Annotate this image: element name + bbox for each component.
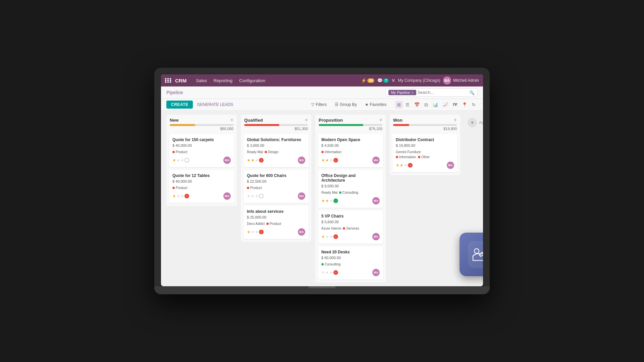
close-icon[interactable]: ✕ — [391, 78, 395, 83]
add-column-label: Add a Column — [479, 120, 483, 125]
messages-area[interactable]: 💬 7 — [377, 78, 389, 83]
column-header-qualified: Qualified + — [241, 115, 311, 124]
generate-leads-button[interactable]: GENERATE LEADS — [196, 101, 234, 109]
user-avatar: MA — [443, 76, 451, 84]
search-input[interactable] — [418, 90, 468, 95]
card-amount-new-0: $ 40,000.00 — [172, 143, 231, 147]
progress-fill-won — [393, 124, 409, 126]
card-tag-new-1: Product — [172, 186, 187, 190]
tag-dot-won-0b — [396, 156, 398, 158]
search-bar[interactable]: My Pipeline × 🔍 — [385, 88, 478, 97]
card-prop-1[interactable]: Office Design and Architecture $ 9,000.0… — [318, 170, 383, 208]
card-title-qualified-1: Quote for 600 Chairs — [247, 173, 305, 178]
card-qualified-0[interactable]: Global Solutions: Furnitures $ 3,800.00 … — [244, 134, 309, 167]
star-1[interactable]: ★ — [172, 158, 176, 163]
card-amount-prop-3: $ 60,000.00 — [321, 256, 380, 260]
card-qualified-2[interactable]: Info about services $ 25,000.00 Deco Add… — [244, 206, 309, 239]
card-amount-prop-2: $ 5,600.00 — [321, 220, 380, 224]
group-by-button[interactable]: ☰ Group By — [333, 101, 359, 108]
star-3[interactable]: ★ — [180, 158, 184, 163]
tag-label-qualified-1: Product — [250, 186, 262, 190]
svg-rect-8 — [170, 81, 171, 83]
svg-rect-0 — [165, 78, 166, 79]
topbar-nav: Sales Reporting Configuration — [193, 77, 268, 84]
column-add-won[interactable]: + — [454, 117, 457, 123]
tag-label-prop-3: Consulting — [325, 262, 340, 266]
pivot-view-button[interactable]: ⊟ — [422, 101, 430, 109]
activity-icon[interactable]: ⚡ — [361, 78, 367, 83]
user-menu[interactable]: MA Mitchell Admin — [443, 76, 479, 84]
card-footer-prop-0: ★ ★ ★ ! MA — [321, 157, 380, 164]
nav-reporting[interactable]: Reporting — [211, 77, 235, 84]
search-tag-label: My Pipeline — [391, 90, 410, 95]
progress-fill-qualified — [244, 124, 279, 126]
star-3[interactable]: ★ — [180, 194, 184, 198]
star-1[interactable]: ★ — [172, 194, 176, 198]
card-tag-prop-1b: Consulting — [339, 191, 358, 194]
card-avatar-prop-3: MA — [372, 269, 380, 276]
tag-label-qualified-0a: Ready Mat — [247, 150, 263, 154]
column-add-new[interactable]: + — [230, 117, 233, 123]
filter-group: ▽ Filters ☰ Group By ★ Favorites ⊞ ☰ 📅 ⊟… — [309, 101, 478, 109]
favorites-label: Favorites — [370, 102, 386, 107]
chart-view-button[interactable]: 📈 — [441, 101, 450, 109]
card-avatar-qualified-0: MA — [298, 157, 305, 164]
card-prop-3[interactable]: Need 20 Desks $ 60,000.00 Consulting ★ ★… — [318, 246, 383, 280]
apps-menu-icon[interactable] — [165, 78, 171, 83]
column-add-qualified[interactable]: + — [305, 117, 308, 123]
location-view-button[interactable]: 📍 — [460, 101, 469, 109]
card-amount-qualified-1: $ 22,500.00 — [247, 179, 305, 183]
search-tag-remove[interactable]: × — [412, 90, 414, 95]
chat-icon[interactable]: 💬 — [377, 78, 383, 83]
card-footer-qualified-0: ★ ★ ★ ! MA — [247, 157, 305, 164]
card-new-0[interactable]: Quote for 150 carpets $ 40,000.00 Produc… — [169, 134, 234, 167]
add-column-button[interactable]: + Add a Column — [464, 115, 483, 131]
card-stars-prop-0: ★ ★ ★ ! — [321, 158, 338, 163]
card-new-1[interactable]: Quote for 12 Tables $ 40,000.00 Product … — [169, 170, 234, 203]
topbar-right: ⚡ 36 💬 7 ✕ My Company (Chicago) MA Mitch… — [361, 76, 479, 84]
card-prop-0[interactable]: Modern Open Space $ 4,500.00 Information… — [318, 134, 383, 167]
favorites-icon: ★ — [365, 102, 369, 107]
tag-label-qualified-2a: Deco Addict — [247, 222, 265, 226]
svg-rect-3 — [165, 80, 166, 81]
card-title-won-0: Distributor Contract — [396, 137, 454, 142]
filters-button[interactable]: ▽ Filters — [309, 101, 329, 108]
activity-indicator-qualified-1 — [259, 194, 264, 198]
activity-indicator-won-0: ! — [408, 163, 413, 168]
svg-rect-4 — [167, 80, 169, 81]
create-button[interactable]: CREATE — [166, 101, 193, 109]
tag-dot-prop-1b — [339, 191, 341, 194]
list-view-button[interactable]: ☰ — [404, 101, 412, 109]
star-2[interactable]: ★ — [176, 158, 180, 163]
kanban-view-button[interactable]: ⊞ — [395, 101, 403, 109]
graph-view-button[interactable]: 📊 — [431, 101, 440, 109]
nav-sales[interactable]: Sales — [193, 77, 210, 84]
column-add-proposition[interactable]: + — [379, 117, 382, 123]
calendar-view-button[interactable]: 📅 — [412, 101, 422, 109]
nav-configuration[interactable]: Configuration — [236, 77, 268, 84]
search-tag-my-pipeline[interactable]: My Pipeline × — [388, 90, 416, 95]
card-won-0[interactable]: Distributor Contract $ 19,800.00 Gemini … — [392, 134, 458, 172]
column-progress-proposition — [319, 124, 382, 126]
card-prop-2[interactable]: 5 VP Chairs $ 5,600.00 Azure Interior Se… — [318, 210, 383, 244]
tag-dot-qualified-2b — [266, 223, 269, 225]
favorites-button[interactable]: ★ Favorites — [363, 101, 388, 108]
tag-dot-new-0 — [172, 151, 175, 153]
svg-rect-1 — [167, 78, 169, 79]
card-tag-qualified-2b: Product — [266, 222, 281, 226]
tag-dot-prop-3 — [321, 263, 324, 265]
map-view-button[interactable]: 🗺 — [451, 101, 459, 109]
svg-rect-6 — [165, 81, 166, 83]
card-title-prop-3: Need 20 Desks — [321, 250, 380, 254]
card-stars-new-0: ★ ★ ★ — [172, 158, 189, 163]
refresh-button[interactable]: ↻ — [470, 101, 478, 109]
notifications-area[interactable]: ⚡ 36 — [361, 78, 374, 83]
tag-label-won-0b: Information — [399, 155, 416, 159]
star-2[interactable]: ★ — [176, 194, 180, 198]
activity-indicator-new-0 — [184, 158, 189, 163]
card-title-prop-0: Modern Open Space — [321, 137, 380, 142]
handshake-icon — [468, 241, 483, 268]
card-avatar-prop-0: MA — [372, 157, 380, 164]
card-qualified-1[interactable]: Quote for 600 Chairs $ 22,500.00 Product… — [244, 170, 309, 203]
column-amount-won: $19,800 — [390, 126, 460, 133]
